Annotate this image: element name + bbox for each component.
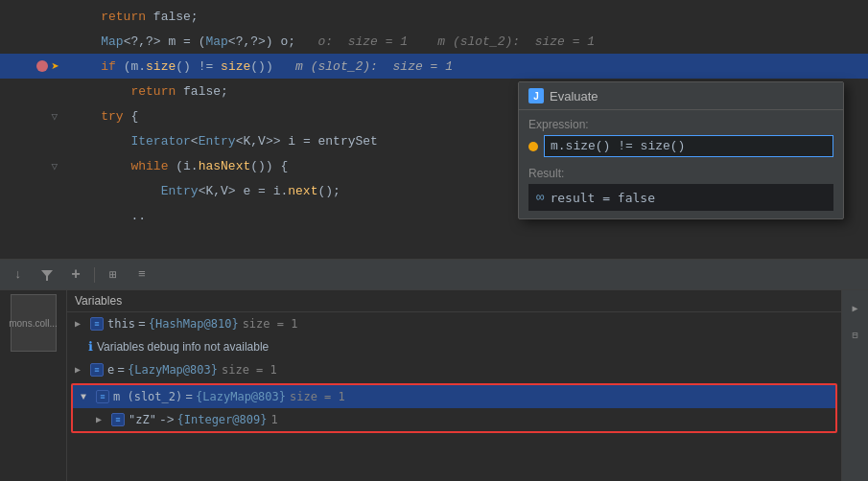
var-name-m: m (slot_2): [113, 390, 182, 403]
code-line-highlighted: ➤ if (m.size() != size()) m (slot_2): si…: [0, 54, 868, 79]
side-tab-button-1[interactable]: ▶: [845, 298, 866, 319]
var-val-zz: {Integer@809}: [177, 413, 268, 426]
expression-label: Expression:: [528, 118, 833, 131]
var-hint-e: size = 1: [222, 363, 277, 377]
code-line: Map<?,?> m = (Map<?,?>) o; o: size = 1 m…: [0, 29, 868, 54]
side-tabs: ▶ ⊟: [841, 290, 868, 481]
code-editor: return false; Map<?,?> m = (Map<?,?>) o;…: [0, 0, 868, 259]
evaluate-header: J Evaluate: [519, 82, 843, 110]
red-outline-group: ▼ ≡ m (slot_2) = {LazyMap@803} size = 1 …: [71, 383, 837, 433]
variables-header: Variables: [67, 290, 841, 312]
info-icon: ℹ: [88, 339, 93, 355]
debugger-toolbar: ↓ + ⊞ ≡: [0, 260, 868, 290]
var-val-this: {HashMap@810}: [149, 317, 239, 331]
variable-e[interactable]: ▶ ≡ e = {LazyMap@803} size = 1: [67, 358, 841, 381]
var-eq: =: [138, 317, 146, 332]
list-view-button[interactable]: ≡: [131, 264, 152, 286]
result-value-box: ∞ result = false: [528, 184, 833, 211]
var-icon-this: ≡: [90, 317, 104, 331]
var-icon-m: ≡: [96, 390, 109, 403]
var-name-e: e: [107, 363, 114, 377]
down-button[interactable]: ↓: [8, 264, 29, 286]
var-hint-zz: 1: [270, 413, 277, 426]
line-gutter: ▽: [0, 160, 67, 172]
filter-button[interactable]: [36, 264, 58, 286]
code-content: if (m.size() != size()) m (slot_2): size…: [67, 59, 868, 74]
expand-arrow-e: ▶: [75, 364, 88, 376]
file-thumb[interactable]: mons.coll...: [11, 294, 57, 352]
evaluate-popup: J Evaluate Expression: Result: ∞ result …: [518, 81, 844, 219]
var-arrow-zz: ->: [159, 413, 175, 427]
code-content: Map<?,?> m = (Map<?,?>) o; o: size = 1 m…: [67, 34, 868, 49]
variables-panel[interactable]: Variables ▶ ≡ this = {HashMap@810} size …: [67, 290, 841, 481]
fold-icon: ▽: [51, 160, 58, 172]
var-name-this: this: [107, 317, 135, 331]
variable-m-slot2[interactable]: ▼ ≡ m (slot_2) = {LazyMap@803} size = 1: [73, 385, 835, 408]
debugger-content: mons.coll... Variables ▶ ≡ this = {HashM…: [0, 290, 868, 481]
svg-marker-0: [41, 270, 53, 281]
expand-arrow-m: ▼: [81, 392, 94, 402]
expand-arrow-zz: ▶: [96, 414, 109, 425]
debugger-area: ↓ + ⊞ ≡ mons.coll... Variables ▶ ≡ this …: [0, 259, 868, 481]
var-hint-m: size = 1: [290, 390, 345, 403]
evaluate-body: Expression: Result: ∞ result = false: [519, 110, 843, 218]
line-gutter-breakpoint: ➤: [0, 58, 67, 75]
result-text: result = false: [550, 191, 655, 205]
evaluate-title: Evaluate: [550, 89, 598, 103]
expand-arrow-this: ▶: [75, 318, 88, 330]
add-button[interactable]: +: [65, 264, 86, 286]
breakpoint-dot: [36, 60, 48, 72]
debug-info-text: Variables debug info not available: [97, 340, 269, 354]
variable-zz[interactable]: ▶ ≡ "zZ" -> {Integer@809} 1: [73, 408, 835, 431]
var-eq: =: [185, 390, 193, 404]
var-eq: =: [117, 363, 125, 378]
var-name-zz: "zZ": [129, 413, 156, 426]
fold-icon: ▽: [51, 110, 58, 123]
separator: [94, 267, 95, 283]
expression-row: [528, 135, 833, 157]
var-hint-this: size = 1: [243, 317, 298, 331]
evaluate-icon: J: [528, 88, 544, 103]
filter-icon: [40, 268, 54, 282]
result-label: Result:: [528, 167, 833, 180]
debug-arrow-icon: ➤: [52, 58, 59, 75]
expression-dot: [528, 142, 538, 151]
table-view-button[interactable]: ⊞: [103, 264, 124, 286]
debug-info-row: ℹ Variables debug info not available: [67, 335, 841, 358]
var-icon-zz: ≡: [111, 413, 125, 426]
infinity-icon: ∞: [536, 190, 544, 205]
var-val-e: {LazyMap@803}: [128, 363, 218, 377]
var-val-m: {LazyMap@803}: [196, 390, 286, 403]
line-gutter: ▽: [0, 110, 67, 123]
left-panel: mons.coll...: [0, 290, 67, 481]
side-tab-button-2[interactable]: ⊟: [845, 325, 866, 346]
var-icon-e: ≡: [90, 363, 104, 377]
variable-this[interactable]: ▶ ≡ this = {HashMap@810} size = 1: [67, 312, 841, 335]
expression-input[interactable]: [544, 135, 833, 157]
code-content: return false;: [67, 10, 868, 24]
breakpoint-arrow: ➤: [36, 58, 59, 75]
code-line: return false;: [0, 4, 868, 29]
